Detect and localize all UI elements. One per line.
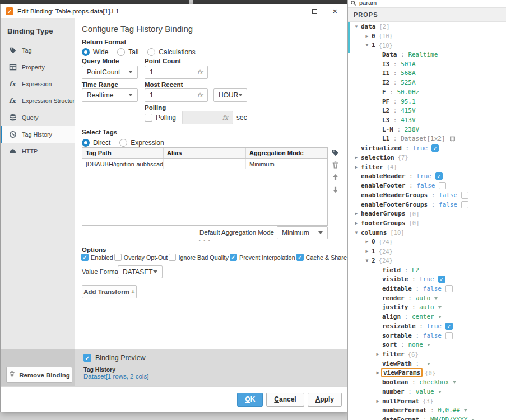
props-value[interactable]: none [408,341,423,348]
props-value[interactable]: MM/DD/YYYY [430,416,467,420]
props-value[interactable]: auto [416,295,431,302]
move-down-icon[interactable] [331,185,340,194]
dropdown-caret-icon[interactable] [438,306,442,310]
expander-closed-icon[interactable]: ▶ [354,165,359,170]
sidebar-item-expression-structure[interactable]: fxExpression Structure [1,92,75,109]
dropdown-caret-icon[interactable] [464,409,467,413]
props-value[interactable]: false [423,285,442,292]
radio-direct[interactable]: Direct [82,139,110,147]
expander-closed-icon[interactable]: ▶ [364,249,370,254]
expander-open-icon[interactable]: ▼ [364,258,370,263]
checkbox-cache-share[interactable]: ✓Cache & Share [296,254,347,261]
dropdown-caret-icon[interactable] [438,391,442,395]
expander-open-icon[interactable]: ▼ [354,230,359,235]
props-value[interactable]: center [412,313,434,320]
expander-closed-icon[interactable]: ▶ [354,221,359,226]
checkbox-prevent-interpolation[interactable]: ✓Prevent Interpolation [230,254,295,261]
minimize-button[interactable] [291,9,297,13]
props-value[interactable]: true [413,144,428,152]
sidebar-item-property[interactable]: Property [1,59,75,76]
props-value[interactable]: 525A [401,79,416,86]
props-value[interactable]: L2 [412,267,419,274]
props-value[interactable]: true [419,276,434,283]
props-checkbox[interactable]: ✓ [435,172,443,180]
props-checkbox[interactable] [461,201,468,208]
expander-closed-icon[interactable]: ▶ [375,370,380,375]
props-value[interactable]: value [416,388,434,395]
query-mode-select[interactable]: PointCount [82,66,138,79]
props-value[interactable]: false [439,192,457,199]
radio-calculations[interactable]: Calculations [147,48,195,56]
expander-closed-icon[interactable]: ▶ [375,399,380,404]
props-value[interactable]: true [426,323,442,330]
time-range-select[interactable]: Realtime [82,88,138,102]
maximize-button[interactable] [312,9,317,14]
props-value[interactable]: 501A [401,60,416,68]
close-button[interactable]: × [332,8,337,14]
value-format-select[interactable]: DATASET [118,265,163,278]
dropdown-caret-icon[interactable] [434,297,438,301]
props-value[interactable]: 238V [405,126,420,133]
time-unit-select[interactable]: HOUR [213,88,247,102]
dropdown-caret-icon[interactable] [427,363,430,367]
point-count-input[interactable]: 1fx [145,66,208,79]
default-aggregation-select[interactable]: Minimum [277,226,328,239]
props-value[interactable]: false [416,182,435,189]
delete-tag-icon[interactable] [331,161,340,169]
props-value[interactable]: 50.0Hz [397,88,420,96]
fx-icon[interactable]: fx [197,69,203,76]
expander-closed-icon[interactable]: ▶ [364,34,370,39]
props-value[interactable]: true [416,172,431,180]
props-value[interactable]: Realtime [408,51,438,58]
preview-dataset-link[interactable]: Dataset[1 rows, 2 cols] [83,373,148,380]
remove-binding-button[interactable]: Remove Binding [6,367,72,383]
fx-icon[interactable]: fx [197,92,203,99]
expander-closed-icon[interactable]: ▶ [354,211,359,216]
dialog-titlebar[interactable]: ✓ Edit Binding: Table.props.data[1].L1 × [1,4,347,18]
apply-button[interactable]: Apply [308,393,342,407]
sidebar-item-tag[interactable]: Tag [1,42,75,59]
sidebar-item-query[interactable]: Query [1,109,75,126]
table-cell[interactable]: [DBAUBH/ignition-aubhscad... [82,159,164,169]
props-value[interactable]: 415V [401,107,416,114]
sidebar-item-http[interactable]: HTTP [1,143,75,160]
expander-open-icon[interactable]: ▼ [354,24,359,29]
move-up-icon[interactable] [331,173,340,181]
sidebar-item-expression[interactable]: fxExpression [1,76,75,92]
scrollbar-thumb[interactable] [348,22,350,53]
props-value[interactable]: 413V [401,116,416,124]
expander-open-icon[interactable]: ▼ [364,43,370,48]
props-checkbox[interactable] [445,332,453,339]
cancel-button[interactable]: Cancel [266,393,304,407]
checkbox-ignore-bad-quality[interactable]: Ignore Bad Quality [169,254,228,261]
ok-button[interactable]: OK [237,393,263,407]
props-value[interactable]: Dataset[1x2] [401,135,445,142]
props-value[interactable]: false [439,201,457,208]
props-checkbox[interactable]: ✓ [445,323,453,330]
props-value[interactable]: 0,0.## [438,407,460,414]
checkbox-enabled[interactable]: ✓Enabled [81,254,113,261]
props-checkbox[interactable]: ✓ [438,276,445,283]
radio-tall[interactable]: Tall [117,48,138,56]
dropdown-caret-icon[interactable] [438,316,442,320]
props-checkbox[interactable] [445,285,453,292]
table-cell[interactable]: Minimum [246,159,327,169]
props-value[interactable]: 95.1 [401,98,416,105]
polling-checkbox[interactable] [145,114,152,122]
search-input[interactable]: param [348,0,506,7]
props-checkbox[interactable] [439,182,446,189]
most-recent-input[interactable]: 1fx [145,88,208,102]
dropdown-caret-icon[interactable] [453,381,456,385]
binding-preview-checkbox[interactable]: ✓ [83,354,91,362]
table-cell[interactable] [164,159,246,169]
radio-expression[interactable]: Expression [119,139,164,147]
expander-closed-icon[interactable]: ▶ [354,155,359,160]
props-value[interactable]: checkbox [419,379,449,386]
checkbox-overlay-opt-out[interactable]: Overlay Opt-Out [114,254,168,261]
collapse-handle[interactable]: ● ● ● [75,239,335,242]
sidebar-item-tag-history[interactable]: Tag History [1,126,75,143]
expander-closed-icon[interactable]: ▶ [364,239,370,244]
add-tag-icon[interactable] [331,148,340,157]
props-checkbox[interactable] [461,192,468,199]
props-value[interactable]: 568A [401,69,416,77]
